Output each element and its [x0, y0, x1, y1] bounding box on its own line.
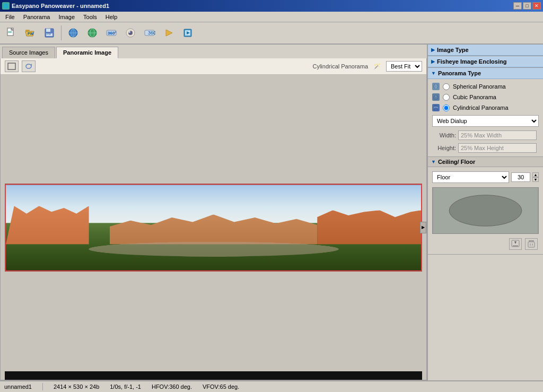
fisheye-section: ▶ Fisheye Image Enclosing — [428, 56, 543, 68]
status-sep-1 — [42, 383, 43, 390]
width-row: Width: — [430, 129, 541, 142]
status-vfov: VFOV:65 deg. — [203, 384, 239, 390]
export-button[interactable] — [179, 24, 197, 42]
fit-view-button[interactable] — [5, 60, 19, 72]
cylindrical-radio-row: Cylindrical Panorama — [430, 102, 541, 113]
fit-select[interactable]: Best Fit — [386, 61, 422, 72]
open-button[interactable]: PW — [21, 24, 39, 42]
ceiling-floor-arrow: ▼ — [431, 159, 436, 164]
toolbar: PW PW 360° — [0, 22, 543, 45]
scroll-indicator[interactable]: ▶ — [420, 222, 426, 233]
spherical-radio[interactable] — [443, 83, 450, 90]
svg-marker-24 — [166, 30, 172, 36]
ceiling-floor-section: ▼ Ceiling/ Floor Floor ▲ ▼ — [428, 157, 543, 255]
cubic-radio-row: Cubic Panorama — [430, 92, 541, 102]
panorama-type-content: Spherical Panorama Cubic Panorama — [428, 79, 543, 156]
cubic-radio[interactable] — [443, 94, 450, 101]
menu-tools[interactable]: Tools — [79, 13, 101, 21]
height-row: Height: — [430, 142, 541, 154]
panorama-type-section: ▼ Panorama Type Spherical Panorama — [428, 68, 543, 157]
left-panel: Source Images Panoramic Image — [0, 45, 427, 380]
delete-floor-button[interactable] — [525, 238, 538, 250]
right-arrow-button[interactable] — [160, 24, 178, 42]
tabs: Source Images Panoramic Image — [0, 45, 427, 58]
panorama-type-arrow: ▼ — [431, 71, 436, 76]
pano-gradient — [6, 185, 421, 270]
panoramic-image-strip — [5, 184, 422, 271]
svg-rect-2 — [8, 31, 12, 32]
spherical-label: Spherical Panorama — [453, 83, 506, 90]
minimize-button[interactable]: ─ — [513, 2, 522, 10]
right-panel: ▶ Image Type ▶ Fisheye Image Enclosing ▼… — [427, 45, 543, 380]
wand-icon: 🪄 — [373, 63, 381, 70]
new-file-button[interactable] — [2, 24, 20, 42]
svg-point-21 — [128, 31, 130, 33]
width-input[interactable] — [458, 130, 537, 140]
height-input[interactable] — [458, 143, 537, 153]
window-title: Easypano Panoweaver - unnamed1 — [12, 3, 109, 9]
rotate-view-button[interactable] — [22, 60, 36, 72]
360-view-button[interactable]: 360° — [102, 24, 120, 42]
svg-text:360: 360 — [148, 30, 155, 36]
pano-buildings-right — [317, 210, 421, 244]
image-type-header[interactable]: ▶ Image Type — [428, 45, 543, 56]
svg-text:360°: 360° — [108, 31, 117, 36]
ceiling-floor-label: Ceiling/ Floor — [438, 159, 475, 165]
tab-content: Cylindrical Panorama 🪄 Best Fit — [0, 58, 427, 380]
pano-type-label: Cylindrical Panorama — [312, 63, 368, 69]
menu-help[interactable]: Help — [101, 13, 122, 21]
spherical-radio-row: Spherical Panorama — [430, 81, 541, 92]
svg-rect-40 — [513, 246, 518, 246]
title-buttons: ─ □ ✕ — [513, 2, 541, 10]
main-container: Source Images Panoramic Image — [0, 45, 543, 380]
svg-rect-7 — [46, 29, 50, 32]
web-globe-button[interactable] — [83, 24, 101, 42]
title-left: 🌐 Easypano Panoweaver - unnamed1 — [2, 2, 109, 10]
status-bar: unnamed1 2414 × 530 × 24b 1/0s, f/-1, -1… — [0, 380, 543, 392]
status-dimensions: 2414 × 530 × 24b — [54, 384, 99, 390]
image-type-section: ▶ Image Type — [428, 45, 543, 56]
quality-dropdown[interactable]: Web Dialup — [432, 115, 539, 127]
cubic-icon — [432, 93, 440, 101]
cylindrical-icon — [432, 104, 440, 111]
menu-file[interactable]: File — [1, 13, 19, 21]
panorama-type-label: Panorama Type — [438, 70, 481, 76]
app-icon: 🌐 — [2, 2, 10, 10]
floor-spinner: ▲ ▼ — [532, 172, 539, 182]
cubic-label: Cubic Panorama — [453, 94, 496, 100]
svg-point-30 — [434, 84, 438, 89]
width-label: Width: — [434, 132, 456, 138]
pano-black-bar — [5, 371, 422, 380]
menu-bar: File Panorama Image Tools Help — [0, 12, 543, 22]
close-button[interactable]: ✕ — [532, 2, 541, 10]
menu-panorama[interactable]: Panorama — [19, 13, 55, 21]
cylindrical-radio[interactable] — [443, 104, 450, 111]
menu-image[interactable]: Image — [55, 13, 80, 21]
floor-number-input[interactable] — [511, 172, 530, 182]
status-hfov: HFOV:360 deg. — [152, 384, 192, 390]
title-bar: 🌐 Easypano Panoweaver - unnamed1 ─ □ ✕ — [0, 0, 543, 12]
spin-up[interactable]: ▲ — [532, 172, 539, 177]
arrow-right-button[interactable]: 360 — [141, 24, 159, 42]
svg-point-36 — [434, 108, 438, 110]
status-filename: unnamed1 — [4, 384, 32, 390]
image-toolbar: Cylindrical Panorama 🪄 Best Fit — [1, 58, 426, 75]
panorama-type-header[interactable]: ▼ Panorama Type — [428, 68, 543, 79]
svg-text:PW: PW — [28, 32, 34, 36]
tab-source-images[interactable]: Source Images — [2, 47, 55, 58]
floor-select[interactable]: Floor — [432, 171, 509, 183]
height-label: Height: — [434, 145, 456, 151]
spin-down[interactable]: ▼ — [532, 177, 539, 182]
maximize-button[interactable]: □ — [523, 2, 531, 10]
cylindrical-label: Cylindrical Panorama — [453, 104, 509, 111]
status-exposure: 1/0s, f/-1, -1 — [110, 384, 141, 390]
ceiling-floor-header[interactable]: ▼ Ceiling/ Floor — [428, 157, 543, 167]
add-floor-button[interactable] — [509, 238, 522, 250]
preview-button[interactable] — [121, 24, 139, 42]
svg-rect-28 — [8, 63, 15, 69]
globe-view-button[interactable] — [64, 24, 82, 42]
save-button[interactable]: PW — [40, 24, 58, 42]
tab-panoramic-image[interactable]: Panoramic Image — [56, 47, 118, 58]
fisheye-header[interactable]: ▶ Fisheye Image Enclosing — [428, 56, 543, 67]
ceiling-floor-content: Floor ▲ ▼ — [428, 167, 543, 254]
